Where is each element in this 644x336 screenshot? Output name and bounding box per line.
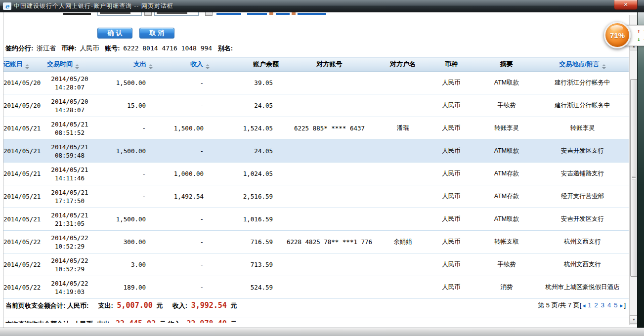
query-out-label: 支出: [97, 320, 112, 323]
cell: - [153, 72, 210, 94]
branch-value: 浙江省 [37, 44, 56, 52]
cell: 安吉递铺路支行 [536, 163, 629, 185]
column-header[interactable]: 交易时间 [47, 57, 92, 72]
pagination-bracket: ] [624, 301, 626, 309]
cell [279, 94, 380, 117]
table-footer: 当前页收支金额合计: 人民币: 支出: 5,007.00 元 收入: 3,992… [3, 293, 629, 318]
scrollbar-thumb[interactable] [630, 79, 638, 277]
prev-page-arrow[interactable]: ◄ [581, 303, 586, 308]
column-header[interactable]: 交易地点/附言 [536, 57, 629, 72]
page-link[interactable]: 5 [614, 301, 617, 309]
currency-value: 人民币 [80, 44, 99, 52]
cell: 人民币 [426, 117, 477, 140]
quick-filter-link-fragment[interactable] [216, 13, 241, 15]
cell: - [153, 208, 210, 231]
query-out-value: 22,445.02 [116, 319, 156, 323]
sort-icon [75, 64, 79, 69]
confirm-button[interactable]: 确认 [97, 28, 132, 39]
cell: 安吉开发区支行 [536, 208, 629, 231]
cell: - [92, 163, 153, 185]
cell: 手续费 [477, 253, 536, 276]
more-filters-link-fragment[interactable] [298, 13, 326, 15]
cell: 2014/05/2108:51:52 [47, 117, 92, 140]
cell [380, 208, 426, 231]
table-row[interactable]: 2014/05/212014/05/2117:17:50-1,492.542,5… [3, 185, 629, 208]
column-header: 账户余额 [210, 57, 279, 72]
cell [279, 208, 380, 231]
cell: 1,500.00 [92, 208, 153, 231]
column-header[interactable]: 支出 [92, 57, 153, 72]
cell: 2014/05/2014:28:07 [47, 94, 92, 117]
cell [279, 185, 380, 208]
inflow-value: 3,992.54 [191, 301, 227, 310]
account-detail-dialog: e 中国建设银行个人网上银行-账户明细查询 -- 网页对话框 ✕ 确认 取消 签… [0, 0, 644, 336]
column-header: 币种 [426, 57, 477, 72]
cell: 人民币 [426, 253, 477, 276]
query-totals-currency: 人民币: [74, 320, 95, 323]
table-row[interactable]: 2014/05/212014/05/2108:59:481,500.00-24.… [3, 140, 629, 163]
dialog-title: 中国建设银行个人网上银行-账户明细查询 -- 网页对话框 [14, 2, 173, 10]
cell: 杭州文西支行 [536, 231, 629, 253]
cell [380, 94, 426, 117]
cancel-button[interactable]: 取消 [139, 28, 174, 39]
branch-label: 签约分行: [5, 44, 33, 52]
pagination: 第 5 页/共 7 页[◄12345►] [538, 301, 629, 310]
page-links: 12345 [586, 301, 619, 309]
account-info-line: 签约分行: 浙江省 币种: 人民币 账号: 6222 8014 4716 104… [5, 44, 234, 53]
download-arrow-icon: ↓ [637, 36, 641, 42]
page-link[interactable]: 2 [595, 301, 598, 309]
cell: 1,500.00 [92, 140, 153, 163]
cell: - [153, 94, 210, 117]
cell: 39.05 [210, 72, 279, 94]
page-link[interactable]: 4 [607, 301, 611, 309]
cell: - [92, 117, 153, 140]
column-header[interactable]: 记账日 [3, 57, 47, 72]
cell: 转账李灵 [477, 117, 536, 140]
transactions-table: 记账日交易时间支出收入账户余额对方账号对方户名币种摘要交易地点/附言 2014/… [3, 57, 629, 299]
cell: 2014/05/2121:31:05 [47, 208, 92, 231]
dialog-titlebar[interactable]: e 中国建设银行个人网上银行-账户明细查询 -- 网页对话框 ✕ [0, 0, 644, 12]
quick-filter-link-fragment[interactable] [276, 13, 290, 15]
column-header: 对方户名 [380, 57, 426, 72]
page-totals-label: 当前页收支金额合计: [5, 302, 65, 309]
column-header[interactable]: 收入 [153, 57, 210, 72]
progress-percent: 71% [610, 31, 625, 40]
quick-filter-link-fragment[interactable] [247, 13, 267, 15]
table-row[interactable]: 2014/05/222014/05/2210:52:29300.00-716.5… [3, 231, 629, 253]
form-divider [3, 21, 629, 21]
close-icon: ✕ [623, 2, 628, 7]
cell: ATM取款 [477, 72, 536, 94]
cell [380, 72, 426, 94]
cell: 人民币 [426, 140, 477, 163]
table-row[interactable]: 2014/05/212014/05/2108:51:52-1,500.001,5… [3, 117, 629, 140]
cell: 2014/05/2014:28:07 [47, 72, 92, 94]
table-row[interactable]: 2014/05/212014/05/2121:31:051,500.00-1,0… [3, 208, 629, 231]
outflow-unit: 元 [156, 302, 163, 309]
cell: 300.00 [92, 231, 153, 253]
cell: 余娟娟 [380, 231, 426, 253]
page-link[interactable]: 1 [588, 301, 591, 309]
table-row[interactable]: 2014/05/202014/05/2014:28:0715.00-24.05人… [3, 94, 629, 117]
cell: 2014/05/21 [3, 117, 47, 140]
cell: 2014/05/21 [3, 185, 47, 208]
table-row[interactable]: 2014/05/222014/05/2210:52:293.00-713.59人… [3, 253, 629, 276]
cell: 2014/05/2210:52:29 [47, 231, 92, 253]
table-row[interactable]: 2014/05/212014/05/2114:11:46-1,000.001,0… [3, 163, 629, 185]
cell: 人民币 [426, 208, 477, 231]
cell: 潘琨 [380, 117, 426, 140]
cell: 2014/05/2114:11:46 [47, 163, 92, 185]
close-button[interactable]: ✕ [614, 0, 638, 10]
cell: 1,492.54 [153, 185, 210, 208]
cell: 2014/05/21 [3, 140, 47, 163]
page-link[interactable]: 3 [601, 301, 604, 309]
cell: 2014/05/20 [3, 94, 47, 117]
alias-label: 别名: [218, 44, 233, 52]
cell: 转账李灵 [536, 117, 629, 140]
cell: 1,000.00 [153, 163, 210, 185]
cell: 15.00 [92, 94, 153, 117]
next-page-arrow[interactable]: ► [619, 303, 624, 308]
outflow-value: 5,007.00 [117, 301, 153, 310]
table-row[interactable]: 2014/05/202014/05/2014:28:071,500.00-39.… [3, 72, 629, 94]
cell: 713.59 [210, 253, 279, 276]
progress-badge[interactable]: 71% [604, 22, 631, 48]
